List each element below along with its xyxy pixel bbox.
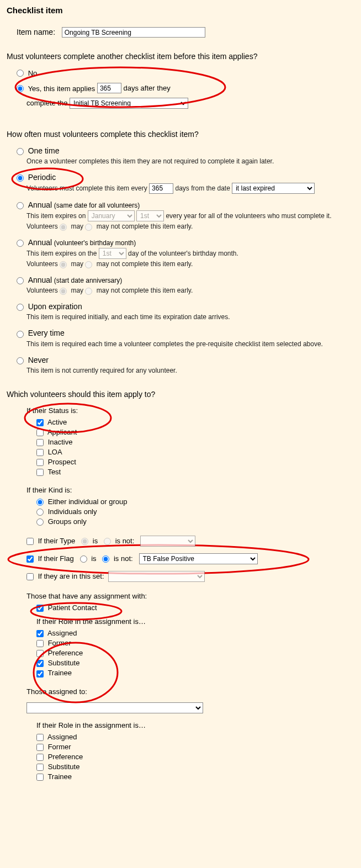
prereq-item-select[interactable]: Initial TB Screening (70, 98, 188, 109)
prereq-yes-label-3: complete the (26, 99, 67, 107)
freq-annual-start-maynot-radio (85, 288, 92, 295)
assign-any-heading: Those that have any assignment with: (26, 592, 354, 600)
role1-trainee-label: Trainee (47, 669, 72, 677)
freq-annual-bday-may-radio (60, 261, 67, 268)
freq-periodic-days-input[interactable] (149, 183, 173, 194)
prereq-yes-label-2: days after they (124, 84, 171, 92)
freq-onetime-radio[interactable] (17, 148, 24, 155)
status-applicant-checkbox[interactable] (36, 429, 44, 436)
freq-annual-same-maynot-radio (85, 224, 92, 231)
patient-contact-checkbox[interactable] (36, 605, 44, 612)
freq-annual-bday-sub-3: Volunteers (26, 260, 58, 268)
freq-periodic-sub-1: Volunteers must complete this item every (26, 184, 147, 192)
role1-trainee-checkbox[interactable] (36, 670, 44, 678)
role1-preference-checkbox[interactable] (36, 650, 44, 657)
assigned-to-heading: Those assigned to: (26, 687, 354, 696)
flag-select[interactable]: TB False Positive (139, 553, 258, 564)
kind-label-1: Individuals only (48, 507, 97, 516)
freq-annual-start-radio[interactable] (17, 277, 24, 284)
status-loa-label: LOA (48, 448, 62, 456)
freq-upon-exp-radio[interactable] (17, 304, 24, 311)
status-inactive-checkbox[interactable] (36, 439, 44, 446)
freq-annual-same-may-radio (60, 224, 67, 231)
freq-annual-same-paren: (same date for all volunteers) (54, 202, 140, 209)
freq-annual-same-label: Annual (28, 200, 52, 209)
freq-annual-bday-sub-2: day of the volunteer's birthday month. (128, 250, 238, 257)
freq-annual-bday-early: complete this item early. (122, 260, 193, 268)
flag-is-radio[interactable] (80, 555, 87, 563)
freq-annual-same-day-select: 1st (136, 210, 164, 221)
freq-annual-bday-radio[interactable] (17, 240, 24, 247)
freq-every-time-label: Every time (28, 329, 65, 337)
kind-radio-0[interactable] (36, 499, 44, 506)
freq-annual-start-may-radio (60, 288, 67, 295)
freq-annual-same-radio[interactable] (17, 202, 24, 209)
freq-never-label: Never (28, 356, 49, 364)
status-active-label: Active (47, 418, 67, 426)
role2-assigned-checkbox[interactable] (36, 734, 44, 741)
page-title: Checklist item (7, 6, 354, 15)
status-heading: If their Status is: (26, 406, 354, 415)
prereq-no-radio[interactable] (17, 70, 24, 77)
freq-annual-bday-maynot-radio (85, 261, 92, 268)
role2-trainee-label: Trainee (47, 772, 72, 781)
role1-former-label: Former (48, 639, 71, 647)
freq-never-sub: This item is not currently required for … (26, 366, 354, 375)
role1-substitute-label: Substitute (48, 659, 80, 667)
freq-annual-bday-maynot-label: may not (97, 260, 120, 268)
flag-is-label: is (91, 554, 96, 563)
kind-radio-2[interactable] (36, 518, 44, 526)
freq-annual-same-early: complete this item early. (122, 223, 193, 230)
kind-radio-1[interactable] (36, 509, 44, 516)
freq-annual-start-label: Annual (28, 276, 52, 284)
freq-never-radio[interactable] (17, 357, 24, 364)
role2-trainee-checkbox[interactable] (36, 774, 44, 781)
prereq-yes-radio[interactable] (17, 85, 24, 92)
role2-substitute-label: Substitute (48, 763, 80, 771)
item-name-input[interactable] (62, 27, 205, 38)
role1-substitute-checkbox[interactable] (36, 660, 44, 667)
freq-upon-exp-sub: This item is required initially, and eac… (26, 312, 354, 322)
type-enable-checkbox[interactable] (26, 538, 34, 545)
status-prospect-checkbox[interactable] (36, 459, 44, 466)
freq-annual-start-maynot-label: may not (97, 287, 120, 294)
role-heading-1: If their Role in the assignment is… (36, 617, 354, 626)
flag-isnot-radio[interactable] (102, 555, 109, 563)
role1-assigned-label: Assigned (47, 629, 77, 637)
set-label: If they are in this set: (38, 572, 104, 580)
status-applicant-label: Applicant (47, 428, 77, 436)
freq-onetime-label: One time (28, 146, 60, 155)
freq-every-time-sub: This item is required each time a volunt… (26, 339, 354, 349)
flag-enable-checkbox[interactable] (26, 555, 34, 563)
type-label: If their Type (38, 537, 76, 545)
freq-onetime-sub: Once a volunteer completes this item the… (26, 156, 354, 166)
prereq-no-label: No (28, 69, 38, 77)
role2-substitute-checkbox[interactable] (36, 764, 44, 771)
status-test-checkbox[interactable] (36, 469, 44, 476)
freq-annual-same-may-label: may (71, 223, 83, 230)
role1-assigned-checkbox[interactable] (36, 630, 44, 637)
role2-former-checkbox[interactable] (36, 744, 44, 751)
status-loa-checkbox[interactable] (36, 449, 44, 456)
type-isnot-label: is not: (115, 537, 135, 545)
role2-assigned-label: Assigned (47, 733, 77, 741)
freq-annual-same-maynot-label: may not (97, 223, 120, 230)
freq-periodic-radio[interactable] (17, 174, 24, 182)
prereq-yes-label-1: Yes, this item applies (28, 84, 95, 93)
status-active-checkbox[interactable] (36, 419, 44, 426)
kind-heading: If their Kind is: (26, 486, 354, 494)
role2-former-label: Former (48, 743, 71, 751)
status-test-label: Test (47, 468, 61, 476)
question-apply: Which volunteers should this item apply … (7, 390, 354, 399)
prereq-days-input[interactable] (97, 83, 121, 93)
freq-upon-exp-label: Upon expiration (28, 302, 82, 311)
set-enable-checkbox[interactable] (26, 573, 34, 580)
patient-contact-label: Patient Contact (48, 604, 97, 612)
role2-preference-checkbox[interactable] (36, 754, 44, 761)
freq-annual-bday-day-select: 1st (99, 248, 126, 259)
freq-periodic-from-select[interactable]: it last expired (232, 183, 315, 194)
freq-annual-start-early: complete this item early. (122, 287, 193, 294)
freq-every-time-radio[interactable] (17, 331, 24, 338)
role1-former-checkbox[interactable] (36, 640, 44, 647)
assigned-to-select[interactable] (26, 702, 203, 713)
